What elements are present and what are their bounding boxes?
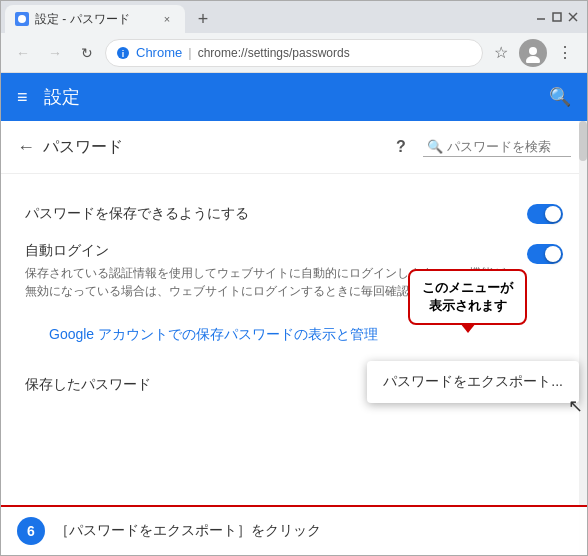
- page-content: ← パスワード ? 🔍 パスワードを保存できるようにする 自動ログイン 保存され…: [1, 121, 587, 555]
- password-search-input[interactable]: [447, 139, 567, 154]
- browser-name-label: Chrome: [136, 45, 182, 60]
- tab-strip: 設定 - パスワード × +: [1, 1, 527, 33]
- profile-button[interactable]: [519, 39, 547, 67]
- step-instruction: ［パスワードをエクスポート］をクリック: [55, 522, 321, 540]
- browser-window: 設定 - パスワード × + ← → ↻ i Chrome |: [0, 0, 588, 556]
- back-button[interactable]: ←: [9, 39, 37, 67]
- step-number-badge: 6: [17, 517, 45, 545]
- tab-favicon: [15, 12, 29, 26]
- annotation-line2: 表示されます: [422, 297, 513, 315]
- cursor-icon: ↖: [568, 395, 583, 417]
- chrome-menu-button[interactable]: ⋮: [551, 39, 579, 67]
- svg-point-8: [529, 47, 537, 55]
- maximize-button[interactable]: [551, 11, 563, 23]
- sub-back-button[interactable]: ←: [17, 137, 35, 158]
- url-separator: |: [188, 45, 191, 60]
- active-tab[interactable]: 設定 - パスワード ×: [5, 5, 185, 33]
- svg-rect-2: [553, 13, 561, 21]
- security-indicator: i: [116, 45, 130, 61]
- header-title: 設定: [44, 85, 533, 109]
- refresh-button[interactable]: ↻: [73, 39, 101, 67]
- save-passwords-toggle[interactable]: [527, 204, 563, 224]
- save-passwords-label: パスワードを保存できるようにする: [25, 205, 527, 223]
- export-passwords-menu-item[interactable]: パスワードをエクスポート... ↖: [367, 361, 579, 403]
- new-tab-button[interactable]: +: [189, 5, 217, 33]
- address-bar: ← → ↻ i Chrome | chrome://settings/passw…: [1, 33, 587, 73]
- hamburger-menu-button[interactable]: ≡: [17, 87, 28, 108]
- scrollbar-thumb[interactable]: [579, 121, 587, 161]
- password-search-icon: 🔍: [427, 139, 443, 154]
- header-search-button[interactable]: 🔍: [549, 86, 571, 108]
- password-search-box[interactable]: 🔍: [423, 137, 571, 157]
- url-display: chrome://settings/passwords: [198, 46, 350, 60]
- annotation-bubble: このメニューが 表示されます: [408, 269, 527, 325]
- help-button[interactable]: ?: [387, 133, 415, 161]
- auto-login-toggle[interactable]: [527, 244, 563, 264]
- title-bar: 設定 - パスワード × +: [1, 1, 587, 33]
- bookmark-button[interactable]: ☆: [487, 39, 515, 67]
- minimize-button[interactable]: [535, 11, 547, 23]
- svg-point-0: [18, 15, 26, 23]
- omnibox[interactable]: i Chrome | chrome://settings/passwords: [105, 39, 483, 67]
- tab-title: 設定 - パスワード: [35, 11, 153, 28]
- auto-login-title: 自動ログイン: [25, 242, 507, 260]
- annotation-line1: このメニューが: [422, 279, 513, 297]
- sub-header: ← パスワード ? 🔍: [1, 121, 587, 174]
- chrome-header: ≡ 設定 🔍: [1, 73, 587, 121]
- svg-text:i: i: [122, 49, 125, 59]
- close-button[interactable]: [567, 11, 579, 23]
- forward-button[interactable]: →: [41, 39, 69, 67]
- export-label: パスワードをエクスポート...: [383, 373, 563, 391]
- window-controls: [527, 1, 587, 33]
- scrollbar-track[interactable]: [579, 121, 587, 555]
- step-annotation: 6 ［パスワードをエクスポート］をクリック: [1, 505, 587, 555]
- dropdown-menu: パスワードをエクスポート... ↖: [367, 361, 579, 403]
- sub-page-title: パスワード: [43, 137, 379, 158]
- save-passwords-row: パスワードを保存できるようにする: [1, 190, 587, 238]
- tab-close-button[interactable]: ×: [159, 11, 175, 27]
